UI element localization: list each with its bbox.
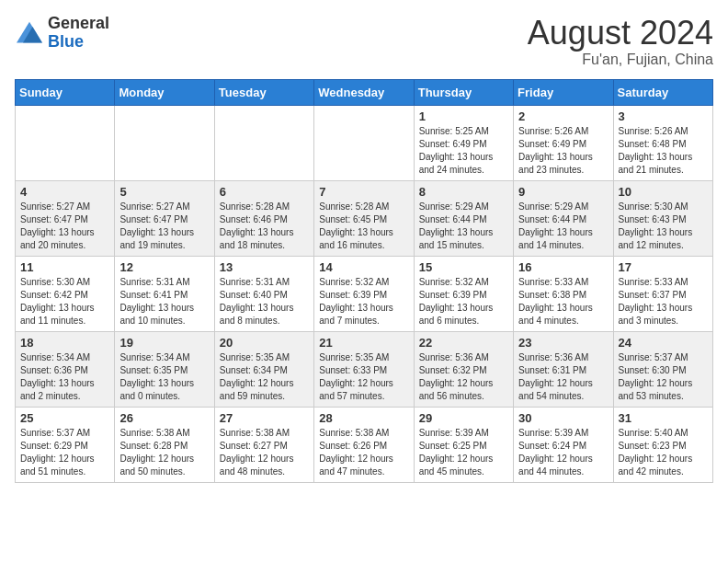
day-number: 26	[119, 411, 209, 425]
day-info: Sunrise: 5:38 AM Sunset: 6:28 PM Dayligh…	[119, 427, 209, 478]
calendar-cell	[214, 105, 313, 180]
day-number: 27	[220, 411, 309, 425]
day-number: 14	[319, 260, 408, 274]
day-number: 13	[220, 260, 309, 274]
calendar-cell: 2Sunrise: 5:26 AM Sunset: 6:49 PM Daylig…	[514, 105, 613, 180]
title-block: August 2024 Fu'an, Fujian, China	[528, 15, 713, 68]
calendar-cell	[16, 105, 115, 180]
day-number: 28	[319, 411, 408, 425]
day-number: 29	[419, 411, 508, 425]
calendar-week-3: 11Sunrise: 5:30 AM Sunset: 6:42 PM Dayli…	[16, 256, 713, 331]
day-info: Sunrise: 5:39 AM Sunset: 6:25 PM Dayligh…	[419, 427, 508, 478]
calendar-cell: 9Sunrise: 5:29 AM Sunset: 6:44 PM Daylig…	[514, 180, 613, 256]
day-info: Sunrise: 5:38 AM Sunset: 6:26 PM Dayligh…	[319, 427, 408, 478]
day-number: 21	[319, 336, 408, 350]
calendar-cell: 17Sunrise: 5:33 AM Sunset: 6:37 PM Dayli…	[613, 256, 712, 331]
calendar-cell: 14Sunrise: 5:32 AM Sunset: 6:39 PM Dayli…	[314, 256, 414, 331]
calendar-cell: 22Sunrise: 5:36 AM Sunset: 6:32 PM Dayli…	[414, 331, 513, 407]
day-number: 24	[619, 336, 708, 350]
calendar-cell: 28Sunrise: 5:38 AM Sunset: 6:26 PM Dayli…	[314, 407, 414, 482]
day-number: 17	[619, 260, 708, 274]
day-info: Sunrise: 5:25 AM Sunset: 6:49 PM Dayligh…	[419, 125, 508, 177]
weekday-header-monday: Monday	[115, 79, 214, 105]
day-info: Sunrise: 5:33 AM Sunset: 6:38 PM Dayligh…	[518, 276, 608, 327]
day-info: Sunrise: 5:26 AM Sunset: 6:48 PM Dayligh…	[619, 125, 708, 177]
day-info: Sunrise: 5:36 AM Sunset: 6:32 PM Dayligh…	[419, 351, 508, 403]
location-subtitle: Fu'an, Fujian, China	[528, 52, 713, 68]
month-year-title: August 2024	[528, 15, 713, 52]
day-info: Sunrise: 5:28 AM Sunset: 6:46 PM Dayligh…	[220, 201, 309, 252]
calendar-table: SundayMondayTuesdayWednesdayThursdayFrid…	[15, 79, 713, 483]
calendar-cell: 24Sunrise: 5:37 AM Sunset: 6:30 PM Dayli…	[613, 331, 712, 407]
day-number: 31	[619, 411, 708, 425]
calendar-cell: 6Sunrise: 5:28 AM Sunset: 6:46 PM Daylig…	[214, 180, 313, 256]
day-number: 5	[119, 185, 209, 199]
calendar-cell: 30Sunrise: 5:39 AM Sunset: 6:24 PM Dayli…	[514, 407, 613, 482]
day-number: 16	[518, 260, 608, 274]
calendar-cell: 21Sunrise: 5:35 AM Sunset: 6:33 PM Dayli…	[314, 331, 414, 407]
calendar-cell: 20Sunrise: 5:35 AM Sunset: 6:34 PM Dayli…	[214, 331, 313, 407]
day-info: Sunrise: 5:37 AM Sunset: 6:30 PM Dayligh…	[619, 351, 708, 403]
day-number: 25	[20, 411, 109, 425]
day-info: Sunrise: 5:32 AM Sunset: 6:39 PM Dayligh…	[419, 276, 508, 327]
day-info: Sunrise: 5:40 AM Sunset: 6:23 PM Dayligh…	[619, 427, 708, 478]
day-info: Sunrise: 5:29 AM Sunset: 6:44 PM Dayligh…	[419, 201, 508, 252]
weekday-header-saturday: Saturday	[613, 79, 712, 105]
day-info: Sunrise: 5:36 AM Sunset: 6:31 PM Dayligh…	[518, 351, 608, 403]
calendar-cell: 7Sunrise: 5:28 AM Sunset: 6:45 PM Daylig…	[314, 180, 414, 256]
calendar-cell: 16Sunrise: 5:33 AM Sunset: 6:38 PM Dayli…	[514, 256, 613, 331]
calendar-cell: 26Sunrise: 5:38 AM Sunset: 6:28 PM Dayli…	[115, 407, 214, 482]
day-number: 15	[419, 260, 508, 274]
logo: General Blue	[15, 15, 109, 52]
calendar-cell: 1Sunrise: 5:25 AM Sunset: 6:49 PM Daylig…	[414, 105, 513, 180]
weekday-header-thursday: Thursday	[414, 79, 513, 105]
day-number: 20	[220, 336, 309, 350]
day-number: 11	[20, 260, 109, 274]
day-number: 1	[419, 109, 508, 123]
weekday-header-row: SundayMondayTuesdayWednesdayThursdayFrid…	[16, 79, 713, 105]
calendar-cell: 3Sunrise: 5:26 AM Sunset: 6:48 PM Daylig…	[613, 105, 712, 180]
logo-general-text: General	[48, 14, 109, 32]
calendar-week-4: 18Sunrise: 5:34 AM Sunset: 6:36 PM Dayli…	[16, 331, 713, 407]
day-info: Sunrise: 5:30 AM Sunset: 6:42 PM Dayligh…	[20, 276, 109, 327]
day-info: Sunrise: 5:38 AM Sunset: 6:27 PM Dayligh…	[220, 427, 309, 478]
calendar-cell: 8Sunrise: 5:29 AM Sunset: 6:44 PM Daylig…	[414, 180, 513, 256]
weekday-header-sunday: Sunday	[16, 79, 115, 105]
day-info: Sunrise: 5:35 AM Sunset: 6:34 PM Dayligh…	[220, 351, 309, 403]
calendar-cell: 15Sunrise: 5:32 AM Sunset: 6:39 PM Dayli…	[414, 256, 513, 331]
day-info: Sunrise: 5:31 AM Sunset: 6:41 PM Dayligh…	[119, 276, 209, 327]
day-number: 6	[220, 185, 309, 199]
calendar-cell	[314, 105, 414, 180]
day-number: 3	[619, 109, 708, 123]
page-header: General Blue August 2024 Fu'an, Fujian, …	[15, 15, 713, 68]
day-number: 12	[119, 260, 209, 274]
calendar-week-2: 4Sunrise: 5:27 AM Sunset: 6:47 PM Daylig…	[16, 180, 713, 256]
day-info: Sunrise: 5:27 AM Sunset: 6:47 PM Dayligh…	[20, 201, 109, 252]
day-number: 10	[619, 185, 708, 199]
day-number: 9	[518, 185, 608, 199]
calendar-cell: 23Sunrise: 5:36 AM Sunset: 6:31 PM Dayli…	[514, 331, 613, 407]
day-info: Sunrise: 5:26 AM Sunset: 6:49 PM Dayligh…	[518, 125, 608, 177]
day-info: Sunrise: 5:30 AM Sunset: 6:43 PM Dayligh…	[619, 201, 708, 252]
calendar-cell: 31Sunrise: 5:40 AM Sunset: 6:23 PM Dayli…	[613, 407, 712, 482]
day-info: Sunrise: 5:28 AM Sunset: 6:45 PM Dayligh…	[319, 201, 408, 252]
day-number: 4	[20, 185, 109, 199]
day-number: 2	[518, 109, 608, 123]
day-info: Sunrise: 5:37 AM Sunset: 6:29 PM Dayligh…	[20, 427, 109, 478]
logo-icon	[15, 20, 44, 46]
calendar-cell: 10Sunrise: 5:30 AM Sunset: 6:43 PM Dayli…	[613, 180, 712, 256]
day-number: 22	[419, 336, 508, 350]
calendar-week-5: 25Sunrise: 5:37 AM Sunset: 6:29 PM Dayli…	[16, 407, 713, 482]
calendar-cell: 25Sunrise: 5:37 AM Sunset: 6:29 PM Dayli…	[16, 407, 115, 482]
calendar-cell: 11Sunrise: 5:30 AM Sunset: 6:42 PM Dayli…	[16, 256, 115, 331]
day-info: Sunrise: 5:34 AM Sunset: 6:36 PM Dayligh…	[20, 351, 109, 403]
day-info: Sunrise: 5:31 AM Sunset: 6:40 PM Dayligh…	[220, 276, 309, 327]
day-number: 23	[518, 336, 608, 350]
day-info: Sunrise: 5:29 AM Sunset: 6:44 PM Dayligh…	[518, 201, 608, 252]
calendar-cell: 18Sunrise: 5:34 AM Sunset: 6:36 PM Dayli…	[16, 331, 115, 407]
day-info: Sunrise: 5:27 AM Sunset: 6:47 PM Dayligh…	[119, 201, 209, 252]
day-info: Sunrise: 5:35 AM Sunset: 6:33 PM Dayligh…	[319, 351, 408, 403]
weekday-header-friday: Friday	[514, 79, 613, 105]
day-number: 7	[319, 185, 408, 199]
calendar-cell: 27Sunrise: 5:38 AM Sunset: 6:27 PM Dayli…	[214, 407, 313, 482]
